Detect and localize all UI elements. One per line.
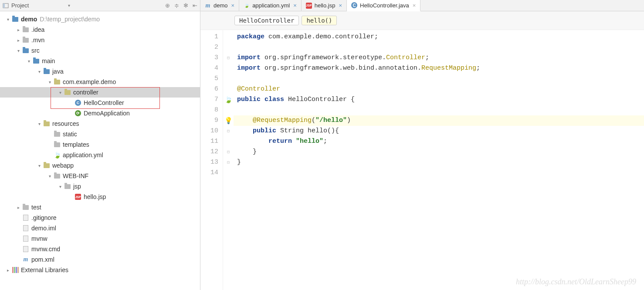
tree-arrow-icon[interactable]: ▸ bbox=[15, 205, 22, 210]
code-line[interactable]: public String hello(){ bbox=[234, 126, 644, 136]
code-line[interactable] bbox=[234, 168, 644, 178]
tree-row--mvn[interactable]: ▸ .mvn bbox=[0, 35, 200, 45]
tree-row-controller[interactable]: ▾ controller bbox=[0, 87, 200, 98]
breadcrumb-class[interactable]: HelloController bbox=[234, 16, 299, 25]
code-line[interactable]: import org.springframework.web.bind.anno… bbox=[234, 63, 644, 74]
folder-icon bbox=[23, 27, 29, 32]
tree-row-test[interactable]: ▸ test bbox=[0, 202, 200, 212]
tree-row-demo[interactable]: ▾ demo D:\temp_project\demo bbox=[0, 14, 200, 24]
tree-label: DemoApplication bbox=[84, 110, 130, 117]
tree-row-resources[interactable]: ▾ resources bbox=[0, 118, 200, 129]
close-icon[interactable]: × bbox=[413, 2, 416, 9]
code-line[interactable]: return "hello"; bbox=[234, 136, 644, 147]
tab-demo[interactable]: m demo × bbox=[200, 0, 239, 11]
tree-arrow-icon[interactable]: ▾ bbox=[57, 184, 64, 189]
code-content[interactable]: package com.example.demo.controller;impo… bbox=[234, 30, 644, 290]
tree-arrow-icon[interactable]: ▸ bbox=[15, 27, 22, 32]
code-line[interactable]: @RequestMapping("/hello") bbox=[234, 115, 644, 126]
tree-row-HelloController[interactable]: C HelloController bbox=[0, 98, 200, 108]
fold-close-icon[interactable]: ⊟ bbox=[227, 149, 230, 155]
code-line[interactable]: } bbox=[234, 157, 644, 168]
fold-open-icon[interactable]: ⊟ bbox=[227, 55, 230, 61]
code-area[interactable]: 1234567891011121314 ⊟🍃💡⊟⊟⊟ package com.e… bbox=[200, 30, 644, 290]
tree-label: .gitignore bbox=[31, 214, 57, 221]
code-line[interactable] bbox=[234, 105, 644, 115]
tree-row-WEB-INF[interactable]: ▾ WEB-INF bbox=[0, 171, 200, 181]
tree-row-templates[interactable]: templates bbox=[0, 139, 200, 150]
close-icon[interactable]: × bbox=[293, 2, 297, 9]
tree-row-webapp[interactable]: ▾ webapp bbox=[0, 160, 200, 171]
code-line[interactable]: import org.springframework.stereotype.Co… bbox=[234, 53, 644, 63]
code-line[interactable]: @Controller bbox=[234, 84, 644, 94]
hide-icon[interactable]: ⇤ bbox=[193, 2, 197, 9]
folder-icon bbox=[12, 17, 18, 22]
code-line[interactable] bbox=[234, 74, 644, 84]
tree-row-mvnw-cmd[interactable]: mvnw.cmd bbox=[0, 244, 200, 254]
code-line[interactable]: package com.example.demo.controller; bbox=[234, 32, 644, 42]
tab-application-yml[interactable]: 🍃 application.yml × bbox=[239, 0, 302, 11]
tree-label: pom.xml bbox=[31, 256, 54, 263]
tab-HelloController-java[interactable]: C HelloController.java × bbox=[347, 0, 420, 11]
tree-row-External-Libraries[interactable]: ▸ External Libraries bbox=[0, 265, 200, 275]
tree-label: static bbox=[63, 131, 77, 138]
tree-arrow-icon[interactable]: ▾ bbox=[36, 163, 43, 168]
tree-row-java[interactable]: ▾ java bbox=[0, 66, 200, 77]
tree-row-main[interactable]: ▾ main bbox=[0, 56, 200, 66]
tree-label: mvnw.cmd bbox=[31, 246, 60, 253]
line-number: 8 bbox=[200, 105, 223, 115]
fold-close-icon[interactable]: ⊟ bbox=[227, 160, 230, 165]
collapse-all-icon[interactable]: ≑ bbox=[174, 2, 179, 9]
project-tool-header[interactable]: Project ▾ ⊕ ≑ ✻ ⇤ bbox=[0, 0, 200, 11]
line-number: 11 bbox=[200, 136, 223, 147]
tree-arrow-icon[interactable]: ▾ bbox=[36, 121, 43, 126]
scroll-to-source-icon[interactable]: ⊕ bbox=[165, 2, 170, 9]
tree-row-src[interactable]: ▾ src bbox=[0, 45, 200, 56]
tree-arrow-icon[interactable]: ▾ bbox=[15, 48, 22, 53]
settings-icon[interactable]: ✻ bbox=[183, 2, 188, 9]
tree-arrow-icon[interactable]: ▸ bbox=[15, 38, 22, 43]
chevron-down-icon[interactable]: ▾ bbox=[68, 3, 70, 8]
tree-arrow-icon[interactable]: ▾ bbox=[25, 59, 32, 64]
close-icon[interactable]: × bbox=[339, 2, 342, 9]
tree-row-application-yml[interactable]: 🍃 application.yml bbox=[0, 150, 200, 160]
tree-arrow-icon[interactable]: ▾ bbox=[46, 80, 53, 84]
tree-label: application.yml bbox=[63, 152, 103, 158]
tree-row-static[interactable]: static bbox=[0, 129, 200, 139]
tree-row-com-example-demo[interactable]: ▾ com.example.demo bbox=[0, 77, 200, 87]
close-icon[interactable]: × bbox=[231, 2, 235, 9]
spring-gutter-icon[interactable]: 🍃 bbox=[224, 96, 233, 104]
breadcrumb-method[interactable]: hello() bbox=[302, 16, 337, 25]
code-line[interactable]: public class HelloController { bbox=[234, 94, 644, 105]
tab-label: application.yml bbox=[252, 2, 290, 9]
tree-label: java bbox=[52, 68, 64, 75]
code-line[interactable] bbox=[234, 42, 644, 53]
tree-row-jsp[interactable]: ▾ jsp bbox=[0, 181, 200, 192]
tree-row--idea[interactable]: ▸ .idea bbox=[0, 24, 200, 35]
tab-label: hello.jsp bbox=[315, 2, 336, 9]
folder-icon bbox=[44, 69, 50, 74]
tree-arrow-icon[interactable]: ▾ bbox=[36, 69, 43, 74]
line-number: 2 bbox=[200, 42, 223, 53]
tree-row-demo-iml[interactable]: demo.iml bbox=[0, 223, 200, 233]
tree-arrow-icon[interactable]: ▾ bbox=[4, 17, 11, 22]
tree-row-DemoApplication[interactable]: ⟳ DemoApplication bbox=[0, 108, 200, 118]
tree-row-pom-xml[interactable]: m pom.xml bbox=[0, 254, 200, 265]
file-icon bbox=[23, 225, 28, 231]
tree-label: resources bbox=[52, 120, 79, 127]
intention-bulb-icon[interactable]: 💡 bbox=[224, 117, 233, 125]
tree-row-hello-jsp[interactable]: JSP hello.jsp bbox=[0, 192, 200, 202]
jsp-icon: JSP bbox=[306, 3, 312, 9]
line-number: 1 bbox=[200, 32, 223, 42]
tree-row-mvnw[interactable]: mvnw bbox=[0, 233, 200, 244]
tab-hello-jsp[interactable]: JSP hello.jsp × bbox=[302, 0, 347, 11]
tree-arrow-icon[interactable]: ▾ bbox=[46, 174, 53, 179]
tree-row--gitignore[interactable]: .gitignore bbox=[0, 212, 200, 223]
project-title: Project bbox=[11, 2, 29, 9]
line-number: 14 bbox=[200, 168, 223, 178]
code-line[interactable]: } bbox=[234, 147, 644, 157]
fold-open-icon[interactable]: ⊟ bbox=[227, 128, 230, 134]
tree-arrow-icon[interactable]: ▾ bbox=[57, 90, 64, 95]
tree-arrow-icon[interactable]: ▸ bbox=[4, 268, 11, 273]
project-tree[interactable]: ▾ demo D:\temp_project\demo ▸ .idea ▸ .m… bbox=[0, 11, 200, 290]
folder-icon bbox=[44, 163, 50, 168]
